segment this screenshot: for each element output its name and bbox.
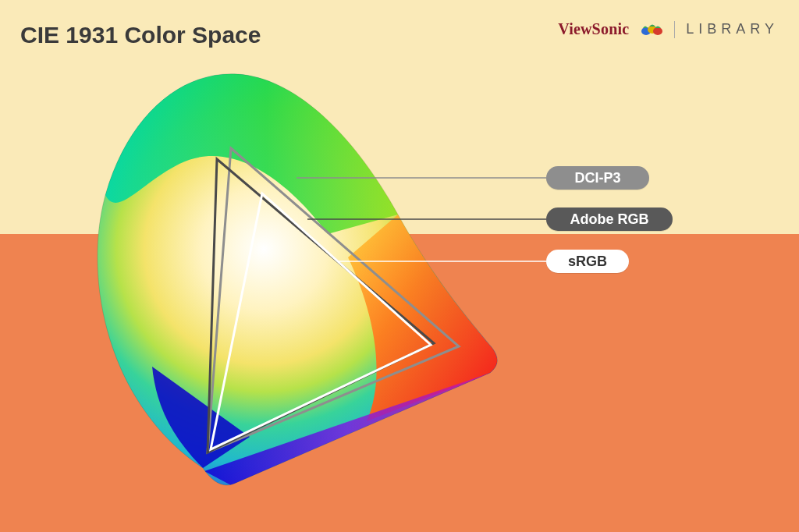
diagram-stage: CIE 1931 Color Space ViewSonic LIBRARY (0, 0, 799, 532)
cie-chromaticity-diagram (0, 0, 799, 532)
label-dcip3: DCI-P3 (546, 166, 649, 190)
label-srgb: sRGB (546, 250, 629, 273)
label-adobe-rgb: Adobe RGB (546, 207, 673, 231)
cie-horseshoe-fill (62, 55, 531, 507)
